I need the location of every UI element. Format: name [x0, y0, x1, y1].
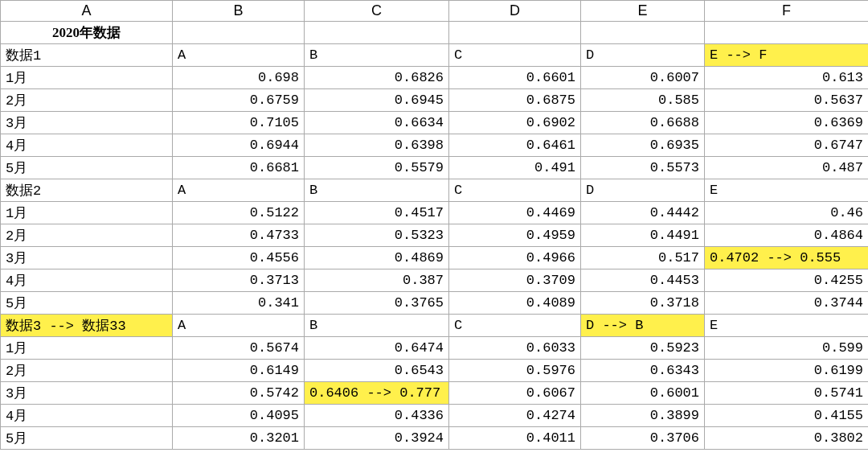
cell[interactable]: C: [449, 315, 581, 337]
cell[interactable]: E: [705, 179, 869, 202]
cell[interactable]: 0.3899: [581, 405, 705, 427]
cell[interactable]: 0.3765: [305, 292, 449, 315]
cell[interactable]: 0.6826: [305, 67, 449, 89]
cell[interactable]: B: [305, 315, 449, 337]
cell[interactable]: 0.4966: [449, 247, 581, 269]
cell[interactable]: A: [173, 179, 305, 202]
cell[interactable]: 0.4556: [173, 247, 305, 269]
cell[interactable]: 5月: [1, 292, 173, 315]
cell[interactable]: 0.5122: [173, 202, 305, 224]
cell[interactable]: 2月: [1, 224, 173, 247]
cell[interactable]: A: [173, 315, 305, 337]
cell[interactable]: D --> B: [581, 315, 705, 337]
cell[interactable]: 0.341: [173, 292, 305, 315]
cell[interactable]: 0.6033: [449, 337, 581, 360]
cell[interactable]: 0.4733: [173, 224, 305, 247]
section-label[interactable]: 数据2: [1, 179, 173, 202]
cell[interactable]: 0.5976: [449, 360, 581, 382]
cell[interactable]: 0.6343: [581, 360, 705, 382]
cell[interactable]: D: [581, 179, 705, 202]
cell[interactable]: C: [449, 44, 581, 67]
cell[interactable]: E: [705, 315, 869, 337]
cell[interactable]: 0.6398: [305, 134, 449, 157]
cell[interactable]: 2月: [1, 89, 173, 112]
cell[interactable]: 0.6601: [449, 67, 581, 89]
col-header-f[interactable]: F: [705, 1, 869, 22]
cell[interactable]: 0.3718: [581, 292, 705, 315]
cell[interactable]: 3月: [1, 382, 173, 405]
cell[interactable]: 0.3713: [173, 269, 305, 292]
cell[interactable]: 0.4517: [305, 202, 449, 224]
cell[interactable]: 0.4869: [305, 247, 449, 269]
cell[interactable]: 0.6935: [581, 134, 705, 157]
cell[interactable]: [449, 22, 581, 44]
cell[interactable]: 5月: [1, 157, 173, 179]
cell[interactable]: [581, 22, 705, 44]
cell[interactable]: 0.6688: [581, 112, 705, 134]
cell[interactable]: 0.491: [449, 157, 581, 179]
cell[interactable]: [705, 22, 869, 44]
cell[interactable]: 0.4089: [449, 292, 581, 315]
cell[interactable]: 0.4491: [581, 224, 705, 247]
cell[interactable]: 0.5741: [705, 382, 869, 405]
cell[interactable]: 0.3924: [305, 427, 449, 450]
cell[interactable]: B: [305, 44, 449, 67]
cell[interactable]: 0.3201: [173, 427, 305, 450]
cell[interactable]: 0.6747: [705, 134, 869, 157]
cell[interactable]: 2月: [1, 360, 173, 382]
cell[interactable]: [305, 22, 449, 44]
cell[interactable]: 0.5323: [305, 224, 449, 247]
col-header-b[interactable]: B: [173, 1, 305, 22]
cell[interactable]: 0.6199: [705, 360, 869, 382]
spreadsheet-table[interactable]: A B C D E F 2020年数据数据1ABCDE --> F1月0.698…: [0, 0, 868, 450]
cell[interactable]: 0.5573: [581, 157, 705, 179]
cell[interactable]: 0.6007: [581, 67, 705, 89]
cell[interactable]: 5月: [1, 427, 173, 450]
cell[interactable]: 0.613: [705, 67, 869, 89]
cell[interactable]: D: [581, 44, 705, 67]
cell[interactable]: 0.5637: [705, 89, 869, 112]
cell[interactable]: 4月: [1, 134, 173, 157]
col-header-a[interactable]: A: [1, 1, 173, 22]
cell[interactable]: 0.6902: [449, 112, 581, 134]
cell[interactable]: C: [449, 179, 581, 202]
cell[interactable]: 0.6875: [449, 89, 581, 112]
cell[interactable]: 0.6149: [173, 360, 305, 382]
cell[interactable]: 0.4155: [705, 405, 869, 427]
cell[interactable]: 0.3709: [449, 269, 581, 292]
cell[interactable]: B: [305, 179, 449, 202]
col-header-d[interactable]: D: [449, 1, 581, 22]
cell[interactable]: 0.46: [705, 202, 869, 224]
cell[interactable]: 0.6634: [305, 112, 449, 134]
cell[interactable]: 0.6944: [173, 134, 305, 157]
cell[interactable]: 0.387: [305, 269, 449, 292]
cell[interactable]: 0.4274: [449, 405, 581, 427]
cell[interactable]: 0.599: [705, 337, 869, 360]
cell[interactable]: 0.4864: [705, 224, 869, 247]
cell[interactable]: 0.4255: [705, 269, 869, 292]
section-label[interactable]: 数据3 --> 数据33: [1, 315, 173, 337]
col-header-e[interactable]: E: [581, 1, 705, 22]
cell[interactable]: 0.6067: [449, 382, 581, 405]
cell[interactable]: 3月: [1, 112, 173, 134]
cell[interactable]: 0.698: [173, 67, 305, 89]
cell[interactable]: 0.4336: [305, 405, 449, 427]
cell[interactable]: 0.6001: [581, 382, 705, 405]
section-label[interactable]: 数据1: [1, 44, 173, 67]
cell[interactable]: 0.5923: [581, 337, 705, 360]
cell[interactable]: 0.517: [581, 247, 705, 269]
cell[interactable]: 0.6681: [173, 157, 305, 179]
cell[interactable]: 4月: [1, 269, 173, 292]
col-header-c[interactable]: C: [305, 1, 449, 22]
page-title[interactable]: 2020年数据: [1, 22, 173, 44]
cell[interactable]: 1月: [1, 202, 173, 224]
cell[interactable]: 0.6461: [449, 134, 581, 157]
cell[interactable]: E --> F: [705, 44, 869, 67]
cell[interactable]: 0.3802: [705, 427, 869, 450]
cell[interactable]: 1月: [1, 337, 173, 360]
cell[interactable]: 0.5579: [305, 157, 449, 179]
cell[interactable]: 0.4469: [449, 202, 581, 224]
cell[interactable]: 4月: [1, 405, 173, 427]
cell[interactable]: 0.4453: [581, 269, 705, 292]
cell[interactable]: 0.4959: [449, 224, 581, 247]
